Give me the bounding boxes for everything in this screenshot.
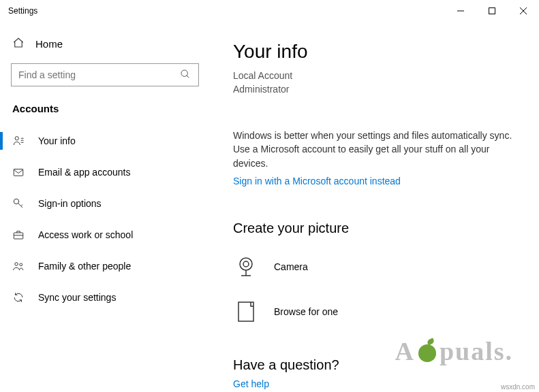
maximize-button[interactable] [476,0,508,22]
browse-button[interactable]: Browse for one [233,293,520,338]
svg-rect-5 [14,233,23,239]
sidebar-item-signin[interactable]: Sign-in options [0,188,210,219]
sidebar-item-label: Access work or school [38,229,133,240]
close-button[interactable] [508,0,539,22]
sync-description: Windows is better when your settings and… [233,129,520,170]
person-icon [12,135,25,147]
sidebar-item-label: Sync your settings [38,292,116,303]
browse-label: Browse for one [274,306,338,317]
home-icon [12,37,25,51]
svg-rect-3 [14,169,23,176]
svg-point-1 [181,70,187,76]
sync-icon [12,291,25,304]
sidebar-item-family[interactable]: Family & other people [0,250,210,282]
svg-point-6 [15,263,18,266]
titlebar: Settings [0,0,539,22]
main-layout: Home Accounts Your info Email & app acco… [0,22,539,392]
maximize-icon [489,7,495,14]
sidebar-item-label: Family & other people [38,261,131,272]
svg-point-4 [14,199,19,204]
browse-icon [233,299,259,325]
svg-point-8 [240,258,252,270]
sidebar-item-label: Email & app accounts [38,167,130,178]
svg-point-9 [243,261,249,267]
search-input[interactable] [11,63,199,86]
account-role: Administrator [233,83,520,97]
people-icon [12,260,25,272]
camera-button[interactable]: Camera [233,248,520,293]
minimize-icon [457,7,464,14]
camera-label: Camera [274,261,308,272]
svg-rect-0 [489,8,495,14]
page-title: Your info [233,41,520,63]
window-title: Settings [8,6,37,16]
sidebar-item-work[interactable]: Access work or school [0,219,210,250]
svg-point-2 [15,137,18,140]
content-area: Your info Local Account Administrator Wi… [210,22,539,392]
search-container [0,63,210,100]
search-icon [180,69,191,82]
sidebar-item-your-info[interactable]: Your info [0,125,210,157]
picture-section-title: Create your picture [233,220,520,236]
minimize-button[interactable] [445,0,476,22]
sidebar: Home Accounts Your info Email & app acco… [0,22,210,392]
account-type: Local Account [233,69,520,83]
sidebar-item-email[interactable]: Email & app accounts [0,157,210,188]
sidebar-item-sync[interactable]: Sync your settings [0,282,210,313]
svg-point-7 [20,263,22,266]
window-controls [445,0,539,22]
sidebar-item-label: Your info [38,135,76,146]
signin-microsoft-link[interactable]: Sign in with a Microsoft account instead [233,176,401,186]
close-icon [520,7,527,14]
question-title: Have a question? [233,357,520,373]
sidebar-section-header: Accounts [0,100,210,125]
home-nav[interactable]: Home [0,30,210,63]
camera-icon [233,254,259,280]
home-label: Home [35,38,63,50]
site-credit: wsxdn.com [501,383,535,391]
key-icon [12,197,25,210]
mail-icon [12,166,25,178]
briefcase-icon [12,229,25,241]
sidebar-item-label: Sign-in options [38,198,102,209]
get-help-link[interactable]: Get help [233,378,269,389]
